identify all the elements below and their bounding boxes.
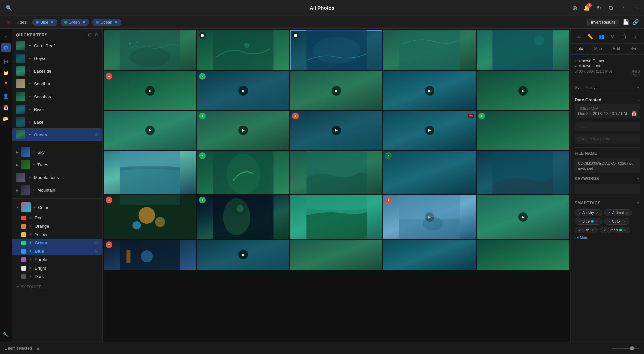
more-icon[interactable]: ··· <box>631 4 639 12</box>
keywords-field[interactable] <box>575 184 640 194</box>
photo-cell-5-1[interactable]: ● <box>104 195 196 239</box>
title-field[interactable]: Title <box>575 122 640 131</box>
sidebar-group-sky[interactable]: ▶ ✦ Sky <box>12 145 102 158</box>
smarttag-green[interactable]: ✓ Green ✕ <box>600 227 630 233</box>
sidebar-group-trees[interactable]: ▶ ✦ Trees <box>12 158 102 171</box>
play-3-4[interactable]: ▶ <box>425 126 434 135</box>
invert-results-button[interactable]: Invert Results <box>587 19 619 26</box>
photo-cell-5-4[interactable]: ● ▶ <box>383 195 476 239</box>
sidebar-nav-calendar[interactable]: 📅 <box>1 103 11 112</box>
photo-cell-4-4[interactable]: ● <box>383 151 476 194</box>
filter-tag-green[interactable]: Green ✕ <box>61 19 89 26</box>
sidebar-nav-people[interactable]: 👤 <box>1 91 11 101</box>
photo-cell-4-1[interactable] <box>104 151 196 194</box>
play-3-3[interactable]: ▶ <box>332 126 341 135</box>
help-icon[interactable]: ? <box>619 4 627 12</box>
smarttag-green-close[interactable]: ✕ <box>624 228 627 232</box>
sidebar-nav-filter[interactable]: ⊞ <box>1 43 11 52</box>
green-gear-icon[interactable]: ⚙ <box>95 241 98 245</box>
sync-icon[interactable]: ↻ <box>595 4 602 12</box>
photo-cell-5-2[interactable]: ● <box>197 195 289 239</box>
caption-field[interactable]: Caption this photo <box>575 134 640 144</box>
photo-cell-2-1[interactable]: ● ▶ <box>104 71 196 110</box>
smarttag-blue[interactable]: ✓ Blue ✕ <box>575 218 602 225</box>
photo-cell-3-2[interactable]: ● ▶ <box>197 111 289 150</box>
photo-cell-3-3[interactable]: ● ▶ <box>290 111 383 150</box>
filter-green-close[interactable]: ✕ <box>82 20 85 24</box>
photo-cell-1-1[interactable] <box>104 30 196 70</box>
photo-cell-2-2[interactable]: ● ▶ <box>197 71 289 110</box>
sidebar-settings-icon[interactable]: ⚙ <box>94 32 98 37</box>
photo-cell-2-3[interactable]: ▶ <box>290 71 383 110</box>
photo-cell-3-5[interactable]: ● <box>477 111 569 150</box>
zoom-slider[interactable] <box>612 348 639 349</box>
sidebar-color-purple[interactable]: ✦ Purple <box>12 255 102 264</box>
play-2-2[interactable]: ▶ <box>238 86 248 96</box>
filter-close-icon[interactable]: ✕ <box>5 19 12 26</box>
rp-edit-icon[interactable]: ✏️ <box>586 32 595 41</box>
smarttags-expand-icon[interactable]: ▼ <box>636 201 640 205</box>
sidebar-item-coral-reef[interactable]: ✦ Coral Reef <box>12 39 102 52</box>
sidebar-group-color[interactable]: ▼ ✦ Color <box>12 201 102 214</box>
play-3-1[interactable]: ▶ <box>145 126 155 135</box>
ocean-gear-icon[interactable]: ⚙ <box>95 132 98 137</box>
smarttag-blue-close[interactable]: ✕ <box>596 220 598 223</box>
sync-policy-dropdown[interactable]: ▼ <box>636 86 640 90</box>
rp-refresh-icon[interactable]: ↺ <box>608 32 617 41</box>
save-filter-icon[interactable]: 💾 <box>622 19 629 26</box>
play-2-4[interactable]: ▶ <box>425 86 434 96</box>
sidebar-color-yellow[interactable]: ✦ Yellow <box>12 230 102 239</box>
photo-cell-5-5[interactable]: ▶ <box>477 195 569 239</box>
smarttag-animal[interactable]: ✓ Animal ✕ <box>604 209 632 216</box>
filter-tag-blue[interactable]: Blue ✕ <box>32 19 57 26</box>
sidebar-by-folder[interactable]: ▼ BY FOLDER <box>12 282 102 291</box>
play-3-2[interactable]: ▶ <box>238 126 248 135</box>
tab-map[interactable]: Map <box>589 44 607 54</box>
photo-cell-3-4[interactable]: 📷 ▶ <box>383 111 476 150</box>
photo-cell-2-4[interactable]: ▶ <box>383 71 476 110</box>
share-filter-icon[interactable]: 🔗 <box>632 19 639 26</box>
keywords-expand-icon[interactable]: ▼ <box>636 177 640 181</box>
rp-expand-icon[interactable]: › <box>631 32 640 41</box>
photo-cell-4-3[interactable] <box>290 151 383 194</box>
date-created-more-icon[interactable]: ··· <box>637 98 640 102</box>
photo-cell-1-5[interactable] <box>477 30 569 70</box>
photo-cell-2-5[interactable]: ▶ <box>477 71 569 110</box>
play-2-5[interactable]: ▶ <box>518 86 528 96</box>
tab-sync[interactable]: Sync <box>626 44 644 54</box>
more-tags-link[interactable]: +4 More <box>575 236 640 240</box>
tab-edit[interactable]: Edit <box>607 44 626 54</box>
rp-trash-icon[interactable]: 🗑 <box>620 32 629 41</box>
filter-blue-close[interactable]: ✕ <box>51 20 54 24</box>
filter-ocean-close[interactable]: ✕ <box>115 20 118 24</box>
layout-icon[interactable]: ⧉ <box>607 4 614 12</box>
sidebar-color-green[interactable]: ✦ Green ⚙ <box>12 239 102 247</box>
sidebar-grid-icon[interactable]: ⊞ <box>88 32 92 37</box>
sidebar-nav-back[interactable]: ‹ <box>1 32 11 41</box>
play-2-3[interactable]: ▶ <box>332 86 341 96</box>
sidebar-nav-folder[interactable]: 📂 <box>1 114 11 123</box>
search-icon[interactable]: 🔍 <box>5 4 13 12</box>
play-5-5[interactable]: ▶ <box>518 212 528 222</box>
grid-icon-bottom[interactable]: ⊞ <box>36 346 40 351</box>
play-2-1[interactable]: ▶ <box>145 86 155 96</box>
sidebar-item-lake[interactable]: ✦ Lake <box>12 116 102 128</box>
sidebar-item-geyser[interactable]: ✦ Geyser <box>12 52 102 65</box>
sidebar-nav-albums[interactable]: 📁 <box>1 68 11 78</box>
sidebar-color-red[interactable]: ✦ Red <box>12 214 102 222</box>
calendar-icon[interactable]: 📅 <box>631 111 637 116</box>
smarttag-activity[interactable]: ✓ Activity ✕ <box>575 209 602 216</box>
sidebar-item-lakeside[interactable]: ✦ Lakeside <box>12 65 102 77</box>
sidebar-item-sandbar[interactable]: ✦ Sandbar <box>12 77 102 90</box>
smarttag-animal-close[interactable]: ✕ <box>626 211 628 215</box>
photo-cell-6-4[interactable] <box>383 240 476 270</box>
sidebar-nav-photos[interactable]: 🖼 <box>1 57 11 66</box>
photo-cell-6-5[interactable] <box>477 240 569 270</box>
sidebar-color-dark[interactable]: ✦ Dark <box>12 272 102 281</box>
photo-cell-4-5[interactable] <box>477 151 569 194</box>
photo-cell-5-3[interactable] <box>290 195 383 239</box>
sidebar-item-ocean[interactable]: ✦ Ocean ⚙ <box>12 128 102 141</box>
photo-cell-6-2[interactable]: ▶ <box>197 240 289 270</box>
rp-tag-icon[interactable]: 🏷 <box>575 32 583 41</box>
sidebar-color-orange[interactable]: ✦ Orange <box>12 222 102 230</box>
